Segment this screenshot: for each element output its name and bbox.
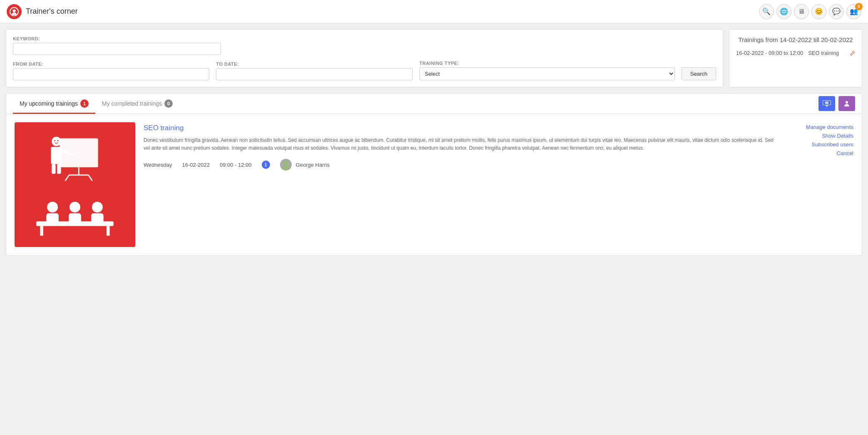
app-title: Trainer's corner (26, 7, 78, 16)
training-day: Wednesday (144, 162, 172, 168)
globe-icon-btn[interactable]: 🌐 (776, 4, 791, 19)
tab-upcoming-badge: 1 (80, 99, 89, 108)
keyword-label: KEYWORD: (13, 36, 716, 41)
svg-rect-18 (52, 164, 55, 174)
tab-actions (818, 96, 855, 111)
app-logo (7, 4, 22, 19)
from-date-field: FROM DATE: (13, 62, 209, 80)
training-image (15, 122, 135, 247)
header-icons: 🔍 🌐 🖥 😊 💬 👥 0 (759, 4, 861, 19)
training-type-select[interactable]: Select (419, 67, 675, 80)
svg-point-25 (69, 202, 80, 213)
svg-rect-26 (69, 213, 81, 224)
event-time: 16-02-2022 - 09:00 to 12:00 (736, 50, 803, 56)
svg-point-27 (92, 202, 103, 213)
training-description: Donec vestibulum fringilla gravida. Aene… (144, 136, 779, 152)
svg-point-12 (52, 137, 61, 146)
to-date-input[interactable] (216, 68, 412, 80)
svg-line-10 (65, 175, 69, 181)
svg-point-5 (846, 101, 848, 104)
training-type-field: TRAINING TYPE: Select (419, 61, 675, 80)
header-left: Trainer's corner (7, 4, 78, 19)
tab-completed[interactable]: My completed trainings 0 (95, 94, 179, 114)
search-button[interactable]: Search (682, 67, 716, 80)
date-row: FROM DATE: TO DATE: TRAINING TYPE: Selec… (13, 61, 716, 80)
svg-point-23 (47, 202, 58, 213)
header: Trainer's corner 🔍 🌐 🖥 😊 💬 👥 0 (0, 0, 868, 23)
cancel-link[interactable]: Cancel (787, 150, 853, 156)
trainer-avatar (280, 159, 292, 171)
tab-completed-label: My completed trainings (102, 100, 162, 107)
event-name: SEO training (808, 50, 845, 56)
slots-badge: 1 (262, 161, 270, 169)
top-section: KEYWORD: FROM DATE: TO DATE: TRAINING TY… (6, 29, 862, 87)
training-meta: Wednesday 16-02-2022 09:00 - 12:00 1 Geo… (144, 159, 779, 171)
tabs: My upcoming trainings 1 My completed tra… (13, 94, 179, 114)
from-date-input[interactable] (13, 68, 209, 80)
svg-rect-24 (46, 213, 59, 224)
user-view-btn[interactable] (838, 96, 855, 111)
tab-completed-badge: 0 (164, 99, 173, 108)
calendar-panel: Trainings from 14-02-2022 till 20-02-202… (729, 29, 862, 87)
trainer-illustration (33, 131, 117, 196)
training-type-label: TRAINING TYPE: (419, 61, 675, 66)
audience-illustration (29, 196, 121, 239)
subscribed-users-link[interactable]: Subscribed users (787, 141, 853, 148)
tabs-section: My upcoming trainings 1 My completed tra… (6, 93, 862, 256)
search-panel: KEYWORD: FROM DATE: TO DATE: TRAINING TY… (6, 29, 723, 87)
training-info: SEO training Donec vestibulum fringilla … (144, 122, 779, 247)
to-date-field: TO DATE: (216, 62, 412, 80)
keyword-input[interactable] (13, 43, 221, 55)
svg-rect-4 (825, 101, 828, 104)
tab-upcoming-label: My upcoming trainings (20, 100, 78, 107)
training-date: 16-02-2022 (182, 162, 210, 168)
svg-rect-22 (107, 226, 109, 235)
svg-rect-28 (91, 213, 104, 224)
to-date-label: TO DATE: (216, 62, 412, 67)
show-details-link[interactable]: Show Details (787, 133, 853, 139)
svg-point-1 (13, 9, 16, 12)
svg-line-11 (89, 175, 92, 181)
trainer-name: George Harris (296, 162, 330, 168)
training-actions: Manage documents Show Details Subscribed… (787, 122, 853, 247)
training-title: SEO training (144, 124, 779, 132)
svg-rect-21 (40, 226, 43, 235)
users-icon-btn[interactable]: 👥 0 (846, 4, 861, 19)
from-date-label: FROM DATE: (13, 62, 209, 67)
svg-point-14 (57, 140, 59, 141)
training-card: SEO training Donec vestibulum fringilla … (6, 114, 862, 255)
training-time: 09:00 - 12:00 (220, 162, 252, 168)
emoji-icon-btn[interactable]: 😊 (811, 4, 826, 19)
tab-upcoming[interactable]: My upcoming trainings 1 (13, 94, 95, 114)
search-icon-btn[interactable]: 🔍 (759, 4, 774, 19)
screen-icon-btn[interactable]: 🖥 (794, 4, 809, 19)
messages-icon-btn[interactable]: 💬 (829, 4, 844, 19)
svg-point-13 (54, 140, 55, 141)
svg-rect-15 (51, 147, 62, 164)
calendar-title: Trainings from 14-02-2022 till 20-02-202… (736, 36, 855, 43)
svg-point-29 (283, 161, 288, 166)
external-link-icon[interactable]: ⬀ (850, 49, 855, 57)
svg-rect-19 (57, 164, 61, 174)
main-content: KEYWORD: FROM DATE: TO DATE: TRAINING TY… (0, 23, 868, 262)
presentation-view-btn[interactable] (818, 96, 835, 111)
manage-documents-link[interactable]: Manage documents (787, 124, 853, 130)
notification-badge: 0 (855, 3, 863, 10)
calendar-event: 16-02-2022 - 09:00 to 12:00 SEO training… (736, 49, 855, 57)
tabs-header: My upcoming trainings 1 My completed tra… (6, 94, 862, 114)
